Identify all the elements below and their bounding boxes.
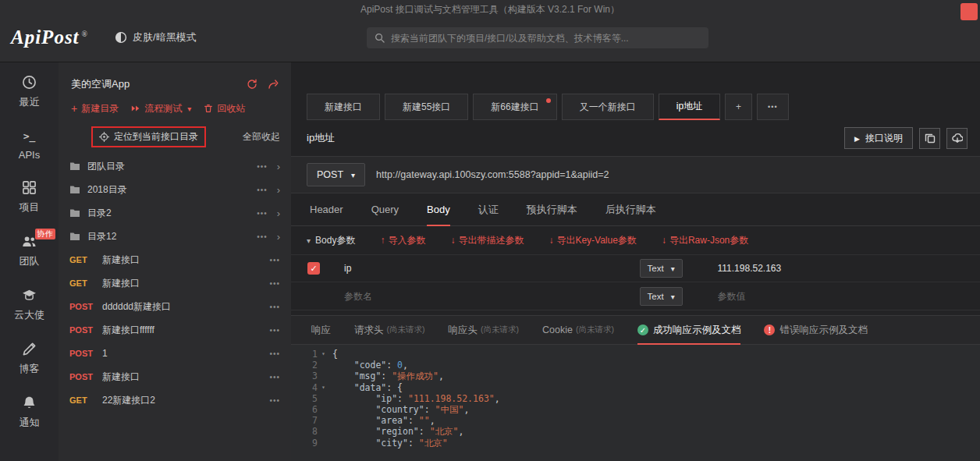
fold-toggle-icon[interactable] [318, 371, 329, 381]
fold-toggle-icon[interactable] [318, 438, 329, 449]
tab-label: 请求头 [354, 324, 384, 337]
more-actions-icon[interactable]: ••• [269, 396, 280, 405]
chevron-right-icon[interactable]: › [277, 184, 280, 196]
copy-button[interactable] [919, 128, 940, 149]
fold-toggle-icon[interactable] [318, 415, 329, 426]
api-doc-button[interactable]: 接口说明 [844, 127, 913, 149]
refresh-icon[interactable] [247, 79, 257, 90]
window-control-button[interactable] [960, 3, 978, 20]
folder-row[interactable]: 团队目录 •••› [59, 154, 291, 178]
nav-item-apis[interactable]: >_ APIs [19, 129, 40, 161]
body-params-section-toggle[interactable]: Body参数 [307, 234, 355, 247]
chevron-down-icon [669, 264, 675, 273]
section-label: Body参数 [315, 234, 355, 247]
more-actions-icon[interactable]: ••• [269, 256, 280, 264]
more-actions-icon[interactable]: ••• [257, 186, 268, 194]
nav-item-team[interactable]: 协作 团队 [20, 234, 40, 268]
param-row: Text [291, 282, 980, 310]
api-row[interactable]: GET 新建接口 ••• [59, 248, 291, 271]
chevron-right-icon[interactable]: › [277, 207, 280, 219]
fold-toggle-icon[interactable] [318, 426, 329, 437]
locate-current-dir-item[interactable]: 定位到当前接口目录 [91, 126, 206, 147]
param-name-input[interactable] [344, 291, 632, 302]
api-row[interactable]: GET 22新建接口2 ••• [59, 388, 291, 412]
tab-header[interactable]: Header [310, 193, 343, 225]
response-code-editor[interactable]: 1▾{ 2 "code": 0, 3 "msg": "操作成功", 4▾ "da… [291, 345, 980, 461]
new-tab-button[interactable]: + [725, 94, 752, 120]
import-params-link[interactable]: ↑导入参数 [380, 234, 425, 247]
folder-row[interactable]: 2018目录 •••› [59, 178, 291, 201]
param-type-select[interactable]: Text [640, 287, 683, 306]
folder-row[interactable]: 目录12 •••› [59, 225, 291, 248]
tab-query[interactable]: Query [371, 193, 399, 225]
export-desc-params-link[interactable]: ↓导出带描述参数 [450, 234, 524, 247]
recycle-bin-button[interactable]: 回收站 [204, 102, 245, 115]
more-actions-icon[interactable]: ••• [269, 349, 280, 358]
project-header: 美的空调App [59, 73, 291, 95]
api-row[interactable]: POST 新建接口 ••• [59, 365, 291, 388]
tab-body[interactable]: Body [427, 193, 450, 225]
skin-dark-mode-toggle[interactable]: 皮肤/暗黑模式 [115, 30, 197, 44]
fold-toggle-icon[interactable]: ▾ [318, 349, 329, 360]
tab-response[interactable]: 响应 [311, 316, 331, 344]
url-input[interactable] [376, 163, 964, 186]
more-actions-icon[interactable]: ••• [269, 279, 280, 288]
flow-test-dropdown[interactable]: 流程测试 [131, 102, 191, 115]
more-actions-icon[interactable]: ••• [257, 232, 268, 241]
export-kv-params-link[interactable]: ↓导出Key-Value参数 [549, 234, 636, 247]
api-tab-active[interactable]: ip地址 [659, 94, 720, 120]
share-icon[interactable] [268, 79, 279, 90]
api-tab[interactable]: 新建55接口 [385, 94, 468, 120]
nav-item-notifications[interactable]: 通知 [20, 395, 40, 430]
request-section-tabs: Header Query Body 认证 预执行脚本 后执行脚本 [291, 193, 980, 226]
chevron-right-icon[interactable]: › [277, 161, 280, 172]
tab-pre-script[interactable]: 预执行脚本 [527, 193, 577, 225]
api-tab[interactable]: 新建接口 [307, 94, 380, 120]
param-name-input[interactable] [344, 263, 632, 274]
param-value-input[interactable] [718, 291, 968, 302]
response-tabs: 响应 请求头(尚未请求) 响应头(尚未请求) Cookie(尚未请求) 成功响应… [291, 315, 980, 345]
more-actions-icon[interactable]: ••• [269, 303, 280, 311]
fold-toggle-icon[interactable] [318, 393, 329, 404]
tab-cookie[interactable]: Cookie(尚未请求) [542, 316, 614, 344]
more-actions-icon[interactable]: ••• [257, 162, 268, 171]
api-row[interactable]: GET 新建接口 ••• [59, 271, 291, 295]
nav-item-projects[interactable]: 项目 [20, 180, 40, 215]
not-requested-hint: (尚未请求) [576, 324, 614, 335]
nav-item-blog[interactable]: 博客 [20, 342, 40, 376]
collapse-all-button[interactable]: 全部收起 [243, 130, 291, 144]
api-tab[interactable]: 新66建接口 [473, 94, 556, 120]
global-search[interactable] [367, 27, 708, 48]
more-tabs-button[interactable]: ••• [757, 94, 788, 120]
tab-request-headers[interactable]: 请求头(尚未请求) [354, 316, 425, 344]
search-input[interactable] [391, 33, 701, 44]
export-raw-json-link[interactable]: ↓导出Raw-Json参数 [662, 234, 748, 247]
tab-success-example[interactable]: 成功响应示例及文档 [637, 316, 741, 344]
tab-response-headers[interactable]: 响应头(尚未请求) [449, 316, 520, 344]
chevron-right-icon[interactable]: › [277, 231, 280, 243]
more-actions-icon[interactable]: ••• [269, 326, 280, 335]
api-row[interactable]: POST 新建接口ffffff ••• [59, 318, 291, 342]
api-row[interactable]: POST dddddd新建接口 ••• [59, 295, 291, 318]
new-directory-button[interactable]: +新建目录 [71, 102, 119, 115]
api-tab[interactable]: 又一个新接口 [562, 94, 654, 120]
folder-row[interactable]: 目录2 •••› [59, 201, 291, 225]
fold-toggle-icon[interactable] [318, 404, 329, 415]
fold-toggle-icon[interactable]: ▾ [318, 382, 329, 393]
param-value-input[interactable] [718, 263, 968, 274]
code-line: 8 "region": "北京", [291, 426, 980, 437]
api-tabs: 新建接口 新建55接口 新66建接口 又一个新接口 ip地址 + ••• [291, 62, 980, 120]
api-row[interactable]: POST 1 ••• [59, 342, 291, 365]
tab-post-script[interactable]: 后执行脚本 [605, 193, 656, 225]
fold-toggle-icon[interactable] [318, 360, 329, 371]
more-actions-icon[interactable]: ••• [269, 373, 280, 381]
method-select[interactable]: POST [307, 163, 365, 186]
tab-auth[interactable]: 认证 [478, 193, 499, 225]
tab-error-example[interactable]: 错误响应示例及文档 [764, 316, 868, 344]
nav-item-recent[interactable]: 最近 [20, 75, 40, 109]
param-checkbox-checked[interactable] [307, 262, 320, 275]
more-actions-icon[interactable]: ••• [257, 209, 268, 218]
save-button[interactable] [946, 128, 968, 149]
nav-item-ambassador[interactable]: 云大使 [14, 288, 44, 322]
param-type-select[interactable]: Text [640, 259, 683, 278]
